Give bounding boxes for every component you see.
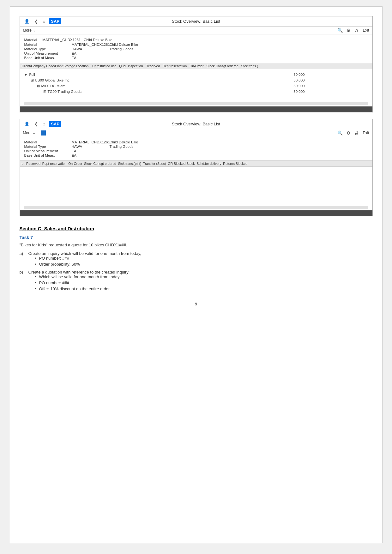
settings-icon-1[interactable]: ⚙ <box>347 28 351 33</box>
bullet-valid-date: Which will be valid for one month from t… <box>35 274 130 279</box>
column-header-2: on Reserved Rcpt reservation On-Order St… <box>20 160 372 167</box>
exit-button-2[interactable]: Exit <box>363 131 369 135</box>
section-c: Section C: Sales and Distribution Task 7… <box>20 226 373 292</box>
fields-grid-2: Material MATERIAL_CHDX1261 Child Deluxe … <box>24 140 368 157</box>
status-bar-1 <box>20 106 372 112</box>
sap-window-1: 👤 ❮ ⌂ SAP Stock Overview: Basic List Mor… <box>20 16 373 112</box>
search-icon-2[interactable]: 🔍 <box>337 130 343 135</box>
window-title-2: Stock Overview: Basic List <box>110 122 283 126</box>
label-mat-type-2: Material Type <box>24 145 72 148</box>
tree-label-tg00: TG00 Trading Goods <box>48 90 111 93</box>
tree-label-us00: US00 Global Bike Inc. <box>35 78 98 82</box>
letter-a: a) <box>20 251 27 268</box>
tree-area-2 <box>20 167 372 205</box>
fields-grid-1: Material MATERIAL_CHDX1261 Child Deluxe … <box>24 43 368 60</box>
field-material-1: Material MATERIAL_CHDX1261 Child Deluxe … <box>24 38 112 42</box>
content-fields-1: Material MATERIAL_CHDX1261 Child Deluxe … <box>20 34 372 63</box>
back-icon-1[interactable]: ❮ <box>33 18 39 24</box>
value-uom-1: EA <box>72 51 110 55</box>
titlebar-2: 👤 ❮ ⌂ SAP Stock Overview: Basic List <box>20 119 372 129</box>
task-item-a: a) Create an inquiry which will be valid… <box>20 251 373 268</box>
home-icon-2[interactable]: ⌂ <box>42 121 47 127</box>
search-icon-1[interactable]: 🔍 <box>337 28 343 33</box>
back-icon-2[interactable]: ❮ <box>33 121 39 127</box>
label-uom-2: Unit of Measurement <box>24 149 72 153</box>
tree-icon-tg00: ⊞ <box>43 89 46 94</box>
titlebar-1: 👤 ❮ ⌂ SAP Stock Overview: Basic List <box>20 16 372 27</box>
tree-value-tg00: 50,000 <box>293 90 368 93</box>
content-fields-2: Material MATERIAL_CHDX1261 Child Deluxe … <box>20 137 372 160</box>
tree-icon-full: ► <box>24 72 28 77</box>
bullet-order-prob: Order probability: 60% <box>35 262 141 267</box>
task-a-bullets: PO number: ### Order probability: 60% <box>28 256 141 267</box>
active-indicator <box>41 130 46 135</box>
label-material-1: Material <box>24 43 72 46</box>
section-title: Section C: Sales and Distribution <box>20 226 373 231</box>
task-title: Task 7 <box>20 235 373 240</box>
person-icon-1[interactable]: 👤 <box>23 18 31 24</box>
horizontal-scrollbar-1[interactable] <box>24 102 368 105</box>
task-b-bullets: Which will be valid for one month from t… <box>28 274 130 291</box>
value-mat-type-desc-1: Trading Goods <box>110 47 173 51</box>
value-base-uom-2: EA <box>72 154 110 157</box>
tree-label-mi00: MI00 DC Miami <box>41 84 105 88</box>
label-material-2: Material <box>24 140 72 144</box>
sap-window-2: 👤 ❮ ⌂ SAP Stock Overview: Basic List Mor… <box>20 119 373 216</box>
fields-area-1: Material MATERIAL_CHDX1261 Child Deluxe … <box>24 38 368 42</box>
label-base-uom-2: Base Unit of Meas. <box>24 154 72 157</box>
tree-row-tg00[interactable]: ⊞ TG00 Trading Goods 50,000 <box>24 89 368 94</box>
task-item-b: b) Create a quotation with reference to … <box>20 270 373 292</box>
print-icon-2[interactable]: 🖨 <box>354 130 359 135</box>
task-a-text: Create an inquiry which will be valid fo… <box>28 251 141 256</box>
value-mat-type-desc-2: Trading Goods <box>110 145 173 148</box>
task-description: "Bikes for Kids" requested a quote for 1… <box>20 243 373 247</box>
toolbar-2: More ⌄ 🔍 ⚙ 🖨 Exit <box>20 129 372 137</box>
horizontal-scrollbar-2[interactable] <box>24 206 368 209</box>
label-uom-1: Unit of Measurement <box>24 51 72 55</box>
status-bar-2 <box>20 210 372 216</box>
tree-row-us00[interactable]: ⊞ US00 Global Bike Inc. 50,000 <box>24 77 368 83</box>
value-material-desc-2: Child Deluxe Bike <box>110 140 173 144</box>
bullet-po-number-a: PO number: ### <box>35 256 141 261</box>
titlebar-left-1: 👤 ❮ ⌂ SAP <box>23 18 110 24</box>
print-icon-1[interactable]: 🖨 <box>354 28 359 33</box>
value-uom-2: EA <box>72 149 110 153</box>
window-title-1: Stock Overview: Basic List <box>110 19 283 24</box>
value-mat-type-2: HAWA <box>72 145 110 148</box>
label-base-uom-1: Base Unit of Meas. <box>24 56 72 60</box>
value-base-uom-1: EA <box>72 56 110 60</box>
more-menu-1[interactable]: More ⌄ <box>23 28 36 33</box>
tree-value-full: 50,000 <box>293 73 368 76</box>
letter-b: b) <box>20 270 27 292</box>
toolbar-right-1: 🔍 ⚙ 🖨 Exit <box>337 28 369 33</box>
task-items: a) Create an inquiry which will be valid… <box>20 251 373 292</box>
bullet-offer: Offer: 10% discount on the entire order <box>35 286 130 291</box>
page-number: 9 <box>20 302 373 306</box>
tree-area-1: ► Full 50,000 ⊞ US00 Global Bike Inc. 50… <box>20 69 372 97</box>
tree-row-full[interactable]: ► Full 50,000 <box>24 72 368 77</box>
tree-row-mi00[interactable]: ⊞ MI00 DC Miami 50,000 <box>24 83 368 89</box>
value-material-code-2: MATERIAL_CHDX1261 <box>72 140 110 144</box>
tree-label-full: Full <box>29 73 92 76</box>
titlebar-left-2: 👤 ❮ ⌂ SAP <box>23 121 110 127</box>
settings-icon-2[interactable]: ⚙ <box>347 130 351 135</box>
tree-icon-us00: ⊞ <box>31 78 34 82</box>
tree-value-mi00: 50,000 <box>293 84 368 88</box>
home-icon-1[interactable]: ⌂ <box>42 18 47 24</box>
label-mat-type-1: Material Type <box>24 47 72 51</box>
more-menu-2[interactable]: More ⌄ <box>23 131 36 135</box>
tree-icon-mi00: ⊞ <box>37 84 40 88</box>
column-header-1: Client/Company Code/Plant/Storage Locati… <box>20 63 372 69</box>
value-material-code-1: MATERIAL_CHDX1261 <box>72 43 110 46</box>
sap-logo-1: SAP <box>49 18 61 24</box>
sap-logo-2: SAP <box>49 121 61 127</box>
tree-value-us00: 50,000 <box>293 78 368 82</box>
person-icon-2[interactable]: 👤 <box>23 121 31 127</box>
page: 👤 ❮ ⌂ SAP Stock Overview: Basic List Mor… <box>10 6 383 543</box>
exit-button-1[interactable]: Exit <box>363 28 369 33</box>
bullet-po-number-b: PO number: ### <box>35 280 130 285</box>
task-b-text: Create a quotation with reference to the… <box>28 270 130 274</box>
value-mat-type-1: HAWA <box>72 47 110 51</box>
toolbar-1: More ⌄ 🔍 ⚙ 🖨 Exit <box>20 27 372 34</box>
toolbar-right-2: 🔍 ⚙ 🖨 Exit <box>337 130 369 135</box>
